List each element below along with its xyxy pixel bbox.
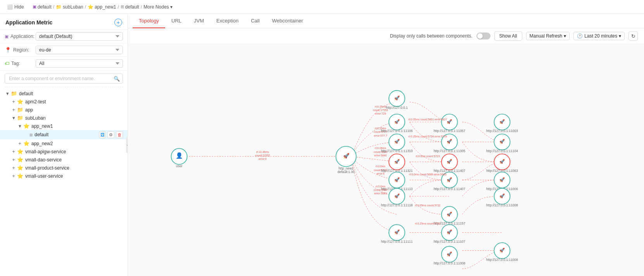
tree-toggle-vmall-user[interactable]: + [11, 173, 16, 179]
region-filter-row: 📍 Region: eu-de [0, 43, 128, 57]
tree-action-image-button[interactable]: 🖼 [99, 131, 106, 138]
tree-toggle-vmall-product[interactable]: + [11, 165, 16, 171]
search-icon[interactable]: 🔍 [114, 76, 120, 82]
tag-filter-label: 🏷 Tag: [5, 61, 36, 66]
search-wrap: 🔍 [5, 74, 123, 84]
tree-item-default-root[interactable]: ▾ 📁 default [0, 89, 128, 98]
tab-jvm[interactable]: JVM [188, 14, 210, 28]
tab-url[interactable]: URL [165, 14, 188, 28]
el-l2-5: rt:0.05ms count:5732 [415, 204, 440, 207]
node-l3-4-label: http://127.0.0.1:11407 [433, 187, 465, 191]
region-icon: 📍 [5, 47, 11, 53]
tab-topology[interactable]: Topology [133, 14, 165, 28]
node-l3-1-icon: 🚀 [447, 119, 452, 124]
grid-icon: ⊞ [29, 133, 33, 137]
tree-item-vmall-product[interactable]: + ⭐ vmall-product-service [0, 164, 128, 172]
hide-button[interactable]: ⬜ Hide [5, 3, 26, 10]
tree: ▾ 📁 default + ⭐ apm2-test + 📁 app ▾ 📁 su… [0, 87, 128, 276]
node-l2-5-icon: 🚀 [394, 193, 400, 199]
tree-item-apm2-test[interactable]: + ⭐ apm2-test [0, 98, 128, 106]
tree-label-app: app [25, 107, 33, 113]
tree-label-vmall-user: vmall-user-service [25, 173, 63, 179]
node-l4-5-icon: 🚀 [499, 193, 505, 199]
sidebar-add-button[interactable]: + [114, 19, 122, 26]
tree-label-appnew1: app_new1 [31, 123, 53, 129]
search-input[interactable] [5, 74, 123, 84]
tag-select[interactable]: All [36, 59, 123, 68]
tree-item-app-new1[interactable]: ▾ ⭐ app_new1 [0, 122, 128, 130]
node-l2-3-icon: 🚀 [394, 159, 400, 164]
breadcrumb-default-label: default [38, 4, 52, 10]
breadcrumb-default[interactable]: ▣ default [33, 4, 52, 10]
tree-toggle-vmall-dao[interactable]: + [11, 157, 16, 163]
breadcrumb-app-new1[interactable]: ⭐ app_new1 [88, 4, 116, 10]
manual-refresh-select[interactable]: Manual Refresh ▾ [526, 32, 570, 40]
tree-item-subluban[interactable]: ▾ 📁 subLuban [0, 114, 128, 122]
refresh-button[interactable]: ↻ [628, 31, 638, 41]
tab-webcontainer[interactable]: Webcontainer [266, 14, 309, 28]
breadcrumb-default2[interactable]: ⊞ default [121, 4, 139, 10]
edge-label-user-center3: error:0 [259, 158, 267, 160]
tree-toggle-app[interactable]: + [11, 107, 16, 113]
tree-item-vmall-apigw[interactable]: + ⭐ vmall-apigw-service [0, 147, 128, 156]
node-l2-2-icon: 🚀 [394, 139, 400, 144]
el-l2-2: rt:0.25ms count:5734 error:5734 [408, 135, 447, 138]
folder-icon: 📁 [11, 91, 17, 96]
el15: error:5689 [374, 192, 387, 195]
cube-icon-appnew1: ⭐ [23, 123, 29, 129]
clock-icon: 🕐 [577, 33, 583, 39]
node-user-icon: 👤 [176, 152, 183, 159]
tree-toggle-apm2[interactable]: + [11, 99, 16, 105]
time-range-select[interactable]: 🕐 Last 20 minutes ▾ [573, 32, 625, 40]
node-l3-3-icon: 🚀 [447, 159, 452, 164]
node-l3-7-icon: 🚀 [447, 251, 452, 257]
chevron-down-icon: ▾ [170, 4, 173, 10]
node-l3-7-label: http://127.0.0.1:11008 [433, 261, 465, 265]
application-select[interactable]: default (Default) [36, 32, 123, 41]
app-icon: ▣ [5, 34, 9, 39]
tabs-bar: Topology URL JVM Exception Call Webconta… [128, 14, 644, 28]
node-l2-1-label: http://127.0.0.1:11106 [381, 129, 413, 133]
tag-filter-row: 🏷 Tag: All [0, 57, 128, 70]
tree-item-vmall-dao[interactable]: + ⭐ vmall-dao-service [0, 156, 128, 164]
topology-svg: rt:13.46ms count:22352 error:0 rt:0.25ms… [128, 44, 644, 276]
cube-icon-vmall-dao: ⭐ [17, 157, 23, 163]
tree-item-vmall-user[interactable]: + ⭐ vmall-user-service [0, 172, 128, 180]
hide-label: Hide [14, 4, 24, 10]
tree-item-default-selected[interactable]: + ⊞ default 🖼 ⚙ 🗑 [0, 130, 128, 139]
search-row: 🔍 [0, 70, 128, 87]
el-l2-1: rt:0.05ms count:5831 error:5827 [408, 118, 447, 121]
cube-icon-vmall-user: ⭐ [17, 173, 23, 179]
tab-call[interactable]: Call [245, 14, 266, 28]
edge-label-user-center2: count:22352 [255, 154, 270, 157]
tree-action-gear-button[interactable]: ⚙ [107, 131, 114, 138]
tree-label-vmall-product: vmall-product-service [25, 165, 69, 171]
display-calls-label: Display only calls between components. [390, 33, 473, 39]
refresh-label: Manual Refresh [530, 33, 563, 39]
tree-item-app[interactable]: + 📁 app [0, 106, 128, 114]
tree-toggle-vmall-apigw[interactable]: + [11, 149, 16, 154]
breadcrumb-grid-icon: ⊞ [121, 4, 124, 9]
node-l2-6-icon: 🚀 [394, 229, 400, 235]
tree-label-default: default [19, 91, 33, 96]
tree-action-delete-button[interactable]: 🗑 [116, 131, 123, 138]
node-l3-1-label: http://127.0.0.1:11057 [433, 129, 465, 133]
node-l3-2-icon: 🚀 [447, 139, 452, 144]
breadcrumb-subluban[interactable]: 📁 subLuban [56, 4, 83, 10]
sidebar: Application Metric + ▣ Application: defa… [0, 14, 128, 276]
node-l2-1-icon: 🚀 [394, 119, 400, 124]
tree-toggle-default[interactable]: ▾ [5, 91, 10, 96]
tree-toggle-subluban[interactable]: ▾ [11, 115, 16, 121]
tree-toggle-appnew1[interactable]: ▾ [17, 123, 22, 129]
tab-exception[interactable]: Exception [210, 14, 245, 28]
node-l3-4-icon: 🚀 [447, 177, 452, 182]
time-label: Last 20 minutes [584, 33, 617, 39]
tree-toggle-appnew2[interactable]: + [17, 141, 22, 146]
more-nodes-button[interactable]: More Nodes ▾ [143, 4, 172, 10]
display-calls-toggle[interactable] [477, 33, 490, 39]
show-all-button[interactable]: Show All [494, 31, 522, 41]
tree-item-app-new2[interactable]: + ⭐ app_new2 [0, 139, 128, 147]
node-l4-4-icon: 🚀 [499, 177, 505, 182]
region-select[interactable]: eu-de [36, 46, 123, 54]
sidebar-header: Application Metric + [0, 14, 128, 30]
